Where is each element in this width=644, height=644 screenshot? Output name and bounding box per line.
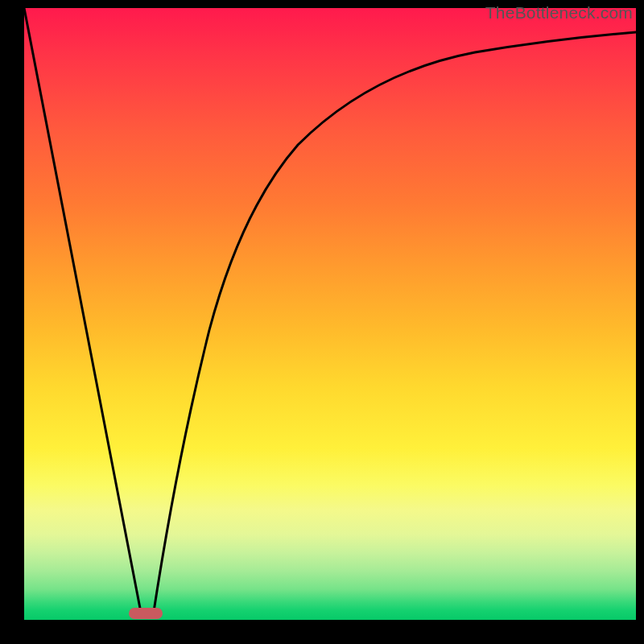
right-curve-line <box>153 32 636 617</box>
chart-frame: TheBottleneck.com <box>0 0 644 644</box>
optimum-marker <box>129 608 163 619</box>
plot-area <box>24 8 636 620</box>
watermark-text: TheBottleneck.com <box>485 3 633 23</box>
left-slope-line <box>24 8 142 617</box>
curve-layer <box>24 8 636 620</box>
